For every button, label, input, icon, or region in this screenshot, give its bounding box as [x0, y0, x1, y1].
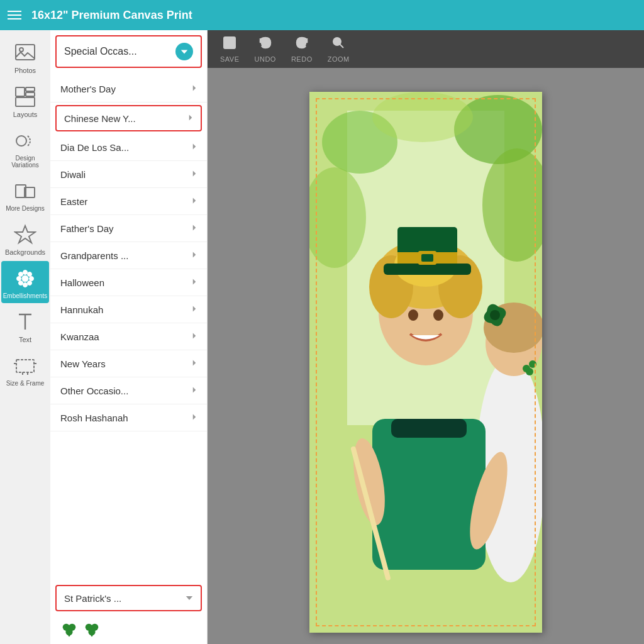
- list-item-hannukah[interactable]: Hannukah: [50, 296, 207, 323]
- sidebar-item-text-label: Text: [19, 336, 31, 343]
- zoom-label: ZOOM: [328, 55, 350, 63]
- page-title: 16x12" Premium Canvas Print: [31, 9, 192, 22]
- svg-marker-30: [193, 171, 196, 177]
- svg-marker-26: [181, 50, 188, 53]
- sidebar-item-layouts[interactable]: Layouts: [1, 79, 49, 122]
- chevron-right-icon: [192, 83, 197, 94]
- svg-line-52: [340, 45, 344, 48]
- svg-marker-31: [193, 198, 196, 204]
- svg-rect-72: [391, 419, 467, 438]
- sidebar-item-layouts-label: Layouts: [13, 111, 38, 118]
- svg-marker-35: [193, 306, 196, 312]
- svg-point-13: [17, 277, 21, 281]
- embellishments-icon: [14, 267, 36, 290]
- list-item-kwanzaa[interactable]: Kwanzaa: [50, 323, 207, 350]
- sidebar-item-text[interactable]: Text: [1, 304, 49, 347]
- zoom-button[interactable]: ZOOM: [328, 35, 350, 63]
- panel-list: Mother's Day Chinese New Y... Dia De Los…: [50, 73, 207, 580]
- sidebar-item-photos[interactable]: Photos: [1, 35, 49, 78]
- redo-icon: [294, 35, 309, 53]
- list-item-text: Mother's Day: [60, 84, 192, 94]
- list-item-text: Dia De Los Sa...: [60, 142, 192, 153]
- text-icon: [14, 311, 36, 333]
- sidebar-item-design-variations[interactable]: Design Variations: [1, 123, 49, 172]
- svg-point-69: [529, 360, 536, 368]
- sidebar-item-embellishments[interactable]: Embellishments: [1, 261, 49, 303]
- chevron-right-icon: [192, 304, 197, 315]
- list-item-halloween[interactable]: Halloween: [50, 269, 207, 296]
- list-item-diwali[interactable]: Diwali: [50, 161, 207, 188]
- shamrock-icon-2: [83, 621, 101, 639]
- panel-bottom-item[interactable]: St Patrick's ...: [55, 585, 202, 611]
- list-item-text: Grandparents ...: [60, 250, 192, 261]
- svg-marker-37: [193, 360, 196, 366]
- sidebar-item-photos-label: Photos: [14, 67, 36, 74]
- design-icon: [14, 130, 36, 152]
- list-item-chinese-new-year[interactable]: Chinese New Y...: [55, 105, 202, 131]
- svg-point-61: [372, 92, 473, 142]
- save-icon: [222, 35, 237, 53]
- list-item-text: Father's Day: [60, 223, 192, 234]
- svg-rect-21: [16, 360, 34, 372]
- list-item-easter[interactable]: Easter: [50, 188, 207, 215]
- list-item-text: Easter: [60, 196, 192, 207]
- chevron-right-icon: [192, 412, 197, 423]
- svg-point-12: [23, 283, 28, 287]
- toolbar: SAVE UNDO REDO: [208, 30, 644, 68]
- list-item-text: Hannukah: [60, 304, 192, 315]
- topbar: 16x12" Premium Canvas Print: [0, 0, 644, 30]
- sidebar-icons: Photos Layouts Design Variations: [0, 30, 50, 644]
- sidebar-item-more-designs[interactable]: More Designs: [1, 174, 49, 216]
- chevron-right-icon: [192, 223, 197, 234]
- list-item-text: Diwali: [60, 169, 192, 180]
- list-item-rosh-hashanah[interactable]: Rosh Hashanah: [50, 404, 207, 431]
- sidebar-item-backgrounds-label: Backgrounds: [5, 248, 45, 256]
- svg-rect-44: [69, 632, 70, 636]
- svg-marker-39: [193, 414, 196, 420]
- photo-canvas: [309, 92, 542, 633]
- background-svg: [309, 92, 542, 633]
- list-item-new-years[interactable]: New Years: [50, 350, 207, 377]
- list-item-text: Rosh Hashanah: [60, 413, 192, 423]
- svg-point-14: [30, 277, 34, 281]
- undo-label: UNDO: [255, 55, 276, 63]
- save-button[interactable]: SAVE: [220, 35, 240, 63]
- svg-marker-29: [193, 144, 196, 150]
- list-item-fathers-day[interactable]: Father's Day: [50, 215, 207, 242]
- shamrock-icon: [60, 621, 78, 639]
- list-item-grandparents[interactable]: Grandparents ...: [50, 242, 207, 269]
- chevron-right-icon: [192, 142, 197, 153]
- chevron-right-icon: [192, 358, 197, 369]
- chevron-right-icon: [192, 196, 197, 207]
- redo-button[interactable]: REDO: [291, 35, 313, 63]
- svg-rect-5: [16, 97, 35, 106]
- svg-point-67: [490, 310, 500, 320]
- chevron-right-icon: [192, 250, 197, 261]
- chevron-down-icon: [186, 592, 193, 604]
- svg-point-15: [19, 272, 23, 277]
- layouts-icon: [14, 86, 36, 108]
- sidebar-item-backgrounds[interactable]: Backgrounds: [1, 217, 49, 260]
- svg-marker-40: [186, 596, 193, 600]
- list-item-other-occasio[interactable]: Other Occasio...: [50, 377, 207, 404]
- size-frame-icon: [14, 355, 36, 377]
- undo-button[interactable]: UNDO: [255, 35, 276, 63]
- panel-header[interactable]: Special Occas...: [55, 35, 202, 68]
- sidebar-item-design-label: Design Variations: [4, 155, 47, 169]
- chevron-right-icon: [192, 277, 197, 288]
- hamburger-menu[interactable]: [8, 11, 21, 19]
- svg-marker-34: [193, 279, 196, 285]
- svg-point-17: [19, 281, 23, 286]
- sidebar-item-size-frame-label: Size & Frame: [6, 380, 45, 387]
- chevron-right-icon: [192, 331, 197, 342]
- list-item-mothers-day[interactable]: Mother's Day: [50, 75, 207, 103]
- sidebar-item-size-frame[interactable]: Size & Frame: [1, 348, 49, 391]
- list-item-text: Halloween: [60, 277, 192, 288]
- svg-rect-50: [226, 44, 233, 48]
- list-item-dia-de-los[interactable]: Dia De Los Sa...: [50, 134, 207, 161]
- svg-rect-0: [16, 45, 35, 60]
- kids-photo: [309, 92, 542, 633]
- backgrounds-icon: [14, 223, 36, 246]
- svg-point-81: [433, 309, 443, 321]
- svg-marker-32: [193, 225, 196, 231]
